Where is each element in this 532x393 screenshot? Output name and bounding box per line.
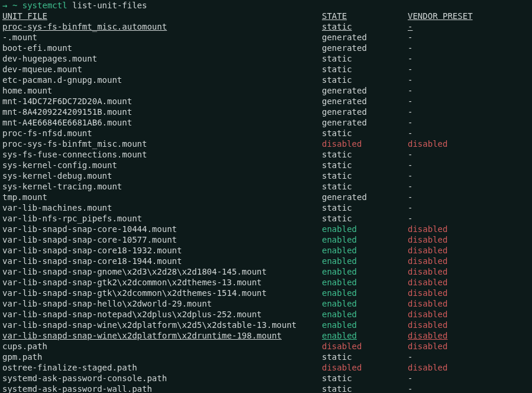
unit-file-cell: sys-kernel-config.mount bbox=[2, 160, 322, 170]
unit-file-cell: var-lib-snapd-snap-core18-1932.mount bbox=[2, 245, 322, 256]
unit-file-cell: sys-kernel-debug.mount bbox=[2, 170, 322, 181]
vendor-preset-cell: - bbox=[408, 96, 530, 107]
terminal-output[interactable]: → ~ systemctl list-unit-files UNIT FILE … bbox=[0, 0, 532, 393]
unit-file-cell: var-lib-nfs-rpc_pipefs.mount bbox=[2, 213, 322, 224]
state-cell: generated bbox=[322, 117, 408, 128]
vendor-preset-cell: - bbox=[408, 160, 530, 170]
state-cell: generated bbox=[322, 43, 408, 53]
unit-file-cell: home.mount bbox=[2, 85, 322, 96]
table-row: var-lib-snapd-snap-core-10444.mountenabl… bbox=[0, 224, 532, 234]
table-row: ostree-finalize-staged.pathdisableddisab… bbox=[0, 362, 532, 373]
unit-file-cell: -.mount bbox=[2, 32, 322, 43]
prompt-cwd: ~ bbox=[12, 1, 17, 10]
state-cell: enabled bbox=[322, 266, 408, 277]
vendor-preset-cell: - bbox=[408, 352, 530, 362]
table-row: sys-kernel-tracing.mountstatic- bbox=[0, 181, 532, 192]
state-cell: generated bbox=[322, 85, 408, 96]
unit-file-cell: ostree-finalize-staged.path bbox=[2, 362, 322, 373]
vendor-preset-cell: disabled bbox=[408, 266, 530, 277]
state-cell: enabled bbox=[322, 224, 408, 234]
state-cell: enabled bbox=[322, 277, 408, 288]
state-cell: static bbox=[322, 213, 408, 224]
table-row: -.mountgenerated- bbox=[0, 32, 532, 43]
vendor-preset-cell: - bbox=[408, 170, 530, 181]
vendor-preset-cell: - bbox=[408, 117, 530, 128]
header-unit-file: UNIT FILE bbox=[2, 11, 322, 21]
state-cell: static bbox=[322, 64, 408, 75]
table-row: systemd-ask-password-wall.pathstatic- bbox=[0, 384, 532, 393]
unit-file-cell: proc-sys-fs-binfmt_misc.automount bbox=[2, 21, 322, 32]
vendor-preset-cell: disabled bbox=[408, 256, 530, 266]
table-row: mnt-A4E66846E6681AB6.mountgenerated- bbox=[0, 117, 532, 128]
vendor-preset-cell: - bbox=[408, 107, 530, 117]
state-cell: enabled bbox=[322, 245, 408, 256]
vendor-preset-cell: disabled bbox=[408, 298, 530, 309]
unit-file-cell: dev-hugepages.mount bbox=[2, 53, 322, 64]
state-cell: generated bbox=[322, 32, 408, 43]
table-row: sys-kernel-debug.mountstatic- bbox=[0, 170, 532, 181]
table-row: var-lib-machines.mountstatic- bbox=[0, 202, 532, 213]
unit-file-cell: var-lib-snapd-snap-wine\x2dplatform\x2d5… bbox=[2, 320, 322, 330]
vendor-preset-cell: disabled bbox=[408, 330, 530, 341]
state-cell: enabled bbox=[322, 298, 408, 309]
state-cell: generated bbox=[322, 107, 408, 117]
state-cell: enabled bbox=[322, 234, 408, 245]
vendor-preset-cell: - bbox=[408, 192, 530, 202]
table-row: tmp.mountgenerated- bbox=[0, 192, 532, 202]
state-cell: static bbox=[322, 181, 408, 192]
vendor-preset-cell: disabled bbox=[408, 245, 530, 256]
table-row: dev-hugepages.mountstatic- bbox=[0, 53, 532, 64]
table-row: gpm.pathstatic- bbox=[0, 352, 532, 362]
table-row: var-lib-snapd-snap-core-10577.mountenabl… bbox=[0, 234, 532, 245]
table-row: systemd-ask-password-console.pathstatic- bbox=[0, 373, 532, 384]
state-cell: enabled bbox=[322, 256, 408, 266]
state-cell: static bbox=[322, 149, 408, 160]
unit-file-cell: proc-sys-fs-binfmt_misc.mount bbox=[2, 138, 322, 149]
unit-file-cell: var-lib-snapd-snap-core-10577.mount bbox=[2, 234, 322, 245]
state-cell: static bbox=[322, 373, 408, 384]
vendor-preset-cell: disabled bbox=[408, 224, 530, 234]
state-cell: static bbox=[322, 160, 408, 170]
vendor-preset-cell: disabled bbox=[408, 362, 530, 373]
state-cell: static bbox=[322, 170, 408, 181]
state-cell: static bbox=[322, 75, 408, 85]
table-row: var-lib-snapd-snap-wine\x2dplatform\x2dr… bbox=[0, 330, 532, 341]
command-name: systemctl bbox=[22, 1, 67, 10]
unit-file-cell: var-lib-snapd-snap-gnome\x2d3\x2d28\x2d1… bbox=[2, 266, 322, 277]
unit-file-cell: sys-kernel-tracing.mount bbox=[2, 181, 322, 192]
unit-file-cell: etc-pacman.d-gnupg.mount bbox=[2, 75, 322, 85]
table-row: var-lib-snapd-snap-wine\x2dplatform\x2d5… bbox=[0, 320, 532, 330]
state-cell: static bbox=[322, 53, 408, 64]
table-row: boot-efi.mountgenerated- bbox=[0, 43, 532, 53]
vendor-preset-cell: - bbox=[408, 85, 530, 96]
vendor-preset-cell: disabled bbox=[408, 341, 530, 352]
unit-file-cell: var-lib-snapd-snap-core18-1944.mount bbox=[2, 256, 322, 266]
state-cell: enabled bbox=[322, 320, 408, 330]
unit-file-cell: mnt-A4E66846E6681AB6.mount bbox=[2, 117, 322, 128]
vendor-preset-cell: disabled bbox=[408, 277, 530, 288]
vendor-preset-cell: - bbox=[408, 53, 530, 64]
vendor-preset-cell: - bbox=[408, 181, 530, 192]
unit-file-cell: var-lib-snapd-snap-wine\x2dplatform\x2dr… bbox=[2, 330, 322, 341]
state-cell: enabled bbox=[322, 330, 408, 341]
state-cell: disabled bbox=[322, 341, 408, 352]
state-cell: static bbox=[322, 384, 408, 393]
unit-file-cell: var-lib-snapd-snap-core-10444.mount bbox=[2, 224, 322, 234]
table-row: var-lib-nfs-rpc_pipefs.mountstatic- bbox=[0, 213, 532, 224]
prompt-line: → ~ systemctl list-unit-files bbox=[0, 0, 532, 11]
table-row: mnt-14DC72F6DC72D20A.mountgenerated- bbox=[0, 96, 532, 107]
vendor-preset-cell: - bbox=[408, 64, 530, 75]
vendor-preset-cell: - bbox=[408, 128, 530, 138]
table-row: var-lib-snapd-snap-core18-1944.mountenab… bbox=[0, 256, 532, 266]
unit-files-list: proc-sys-fs-binfmt_misc.automountstatic-… bbox=[0, 21, 532, 393]
table-row: var-lib-snapd-snap-gnome\x2d3\x2d28\x2d1… bbox=[0, 266, 532, 277]
header-vendor-preset: VENDOR PRESET bbox=[408, 11, 530, 21]
vendor-preset-cell: - bbox=[408, 43, 530, 53]
unit-file-cell: mnt-8A4209224209151B.mount bbox=[2, 107, 322, 117]
table-row: dev-mqueue.mountstatic- bbox=[0, 64, 532, 75]
vendor-preset-cell: disabled bbox=[408, 234, 530, 245]
table-row: etc-pacman.d-gnupg.mountstatic- bbox=[0, 75, 532, 85]
unit-file-cell: sys-fs-fuse-connections.mount bbox=[2, 149, 322, 160]
unit-file-cell: boot-efi.mount bbox=[2, 43, 322, 53]
table-row: proc-fs-nfsd.mountstatic- bbox=[0, 128, 532, 138]
